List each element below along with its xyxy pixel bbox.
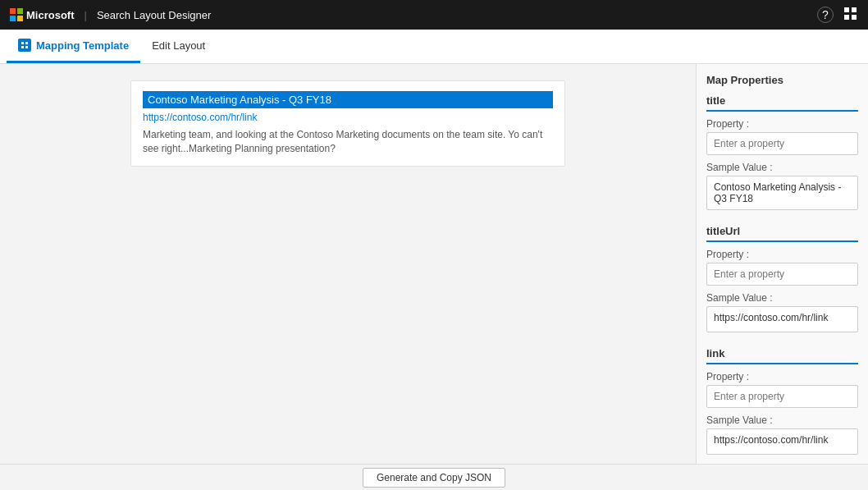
sample-label-link: Sample Value : xyxy=(706,414,858,426)
property-section-titleurl: titleUrl Property : Sample Value : https… xyxy=(706,225,858,332)
svg-rect-0 xyxy=(844,7,849,12)
result-url[interactable]: https://contoso.com/hr/link xyxy=(143,112,553,123)
svg-rect-4 xyxy=(21,42,24,44)
top-bar-right: ? xyxy=(817,7,858,24)
tab-edit-label: Edit Layout xyxy=(152,39,205,52)
section-divider-titleurl xyxy=(706,240,858,242)
top-bar-left: Microsoft | Search Layout Designer xyxy=(10,8,211,21)
property-section-title: title Property : Sample Value : Contoso … xyxy=(706,94,858,210)
generate-json-button[interactable]: Generate and Copy JSON xyxy=(363,468,505,488)
section-title-title: title xyxy=(706,94,858,107)
svg-rect-6 xyxy=(21,46,24,48)
property-input-link[interactable] xyxy=(706,385,858,408)
svg-rect-2 xyxy=(844,15,849,20)
sample-value-title: Contoso Marketing Analysis - Q3 FY18 xyxy=(706,176,858,210)
ms-logo-red xyxy=(10,8,16,14)
tab-mapping-icon xyxy=(18,39,31,52)
svg-rect-7 xyxy=(25,46,28,48)
section-title-titleurl: titleUrl xyxy=(706,225,858,237)
preview-area: Contoso Marketing Analysis - Q3 FY18 htt… xyxy=(0,64,696,464)
property-input-titleurl[interactable] xyxy=(706,263,858,286)
topbar-divider: | xyxy=(85,9,87,21)
property-label-link: Property : xyxy=(706,371,858,382)
svg-rect-5 xyxy=(25,42,28,44)
ms-logo: Microsoft xyxy=(10,8,75,21)
search-result-card: Contoso Marketing Analysis - Q3 FY18 htt… xyxy=(130,80,565,167)
property-label-titleurl: Property : xyxy=(706,249,858,260)
main-layout: Contoso Marketing Analysis - Q3 FY18 htt… xyxy=(0,64,868,464)
svg-rect-3 xyxy=(852,15,857,20)
result-snippet: Marketing team, and looking at the Conto… xyxy=(143,128,553,156)
property-input-title[interactable] xyxy=(706,132,858,155)
ms-logo-blue xyxy=(10,16,16,21)
tab-mapping-label: Mapping Template xyxy=(36,39,129,52)
result-title[interactable]: Contoso Marketing Analysis - Q3 FY18 xyxy=(143,91,553,108)
bottom-bar: Generate and Copy JSON xyxy=(0,464,868,490)
svg-rect-1 xyxy=(852,7,857,12)
sample-label-title: Sample Value : xyxy=(706,162,858,173)
section-divider-title xyxy=(706,110,858,112)
property-section-link: link Property : Sample Value : https://c… xyxy=(706,347,858,455)
property-label-title: Property : xyxy=(706,118,858,130)
ms-logo-green xyxy=(17,8,23,14)
sample-label-titleurl: Sample Value : xyxy=(706,292,858,304)
right-panel: Map Properties title Property : Sample V… xyxy=(696,64,868,464)
section-title-link: link xyxy=(706,347,858,359)
app-title: Search Layout Designer xyxy=(97,9,211,21)
section-divider-link xyxy=(706,363,858,364)
tab-bar: Mapping Template Edit Layout xyxy=(0,30,868,64)
ms-logo-squares xyxy=(10,8,23,21)
panel-title: Map Properties xyxy=(706,74,858,86)
company-name: Microsoft xyxy=(26,9,75,21)
ms-logo-yellow xyxy=(17,16,23,21)
help-icon[interactable]: ? xyxy=(817,7,834,23)
sample-value-titleurl: https://contoso.com/hr/link xyxy=(706,306,858,332)
tab-mapping[interactable]: Mapping Template xyxy=(7,30,140,63)
top-bar: Microsoft | Search Layout Designer ? xyxy=(0,0,868,30)
sample-value-link: https://contoso.com/hr/link xyxy=(706,428,858,455)
tab-edit[interactable]: Edit Layout xyxy=(140,30,217,63)
grid-icon[interactable] xyxy=(843,7,858,24)
